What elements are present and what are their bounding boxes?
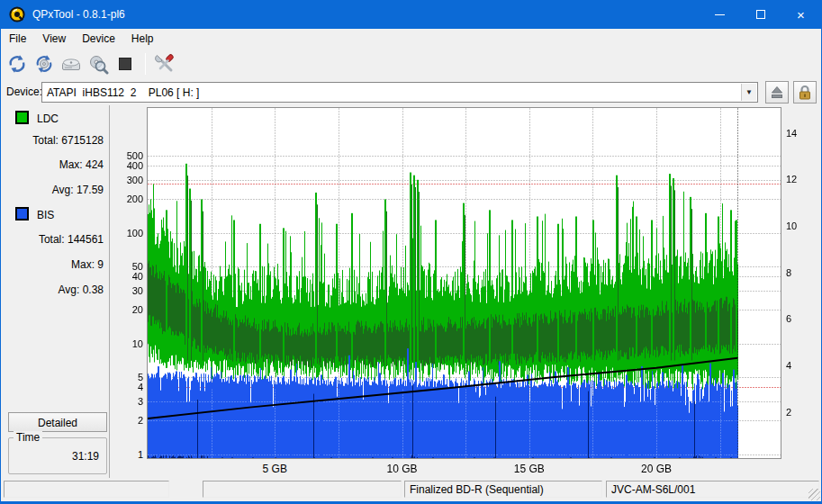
bis-color-swatch bbox=[15, 207, 29, 220]
rescan-disc-icon bbox=[33, 53, 55, 75]
menu-file[interactable]: File bbox=[1, 30, 34, 48]
ldc-color-swatch bbox=[15, 111, 29, 124]
y-axis-left-tick-label: 400 bbox=[113, 160, 143, 171]
scan-time-value: 31:19 bbox=[72, 450, 99, 463]
device-label: Device: bbox=[6, 86, 42, 98]
statusbar-media-id-panel: JVC-AM-S6L/001 bbox=[606, 481, 819, 498]
menu-device[interactable]: Device bbox=[74, 30, 123, 48]
y-axis-left-tick-label: 2 bbox=[113, 415, 143, 426]
toolbar bbox=[1, 48, 821, 79]
bis-max: Max: 9 bbox=[71, 258, 104, 271]
device-bar: Device: ATAPI iHBS112 2 PL06 [ H: ] ▼ bbox=[1, 79, 821, 105]
eject-icon bbox=[768, 84, 786, 102]
detailed-button[interactable]: Detailed bbox=[8, 412, 107, 432]
bis-avg: Avg: 0.38 bbox=[59, 284, 104, 296]
toolbar-separator bbox=[145, 53, 146, 75]
y-axis-left-tick-label: 200 bbox=[113, 194, 143, 204]
y-axis-right-tick-label: 8 bbox=[786, 267, 791, 278]
window-title: QPxTool - 0.8.1-pl6 bbox=[32, 8, 125, 21]
eject-button[interactable] bbox=[765, 81, 789, 104]
statusbar-progress-panel bbox=[4, 481, 169, 498]
stats-sidebar: LDC Total: 6715128 Max: 424 Avg: 17.59 B… bbox=[3, 105, 110, 478]
y-axis-right-tick-label: 6 bbox=[786, 313, 791, 324]
refresh-devices-button[interactable] bbox=[5, 51, 30, 76]
device-select-value: ATAPI iHBS112 2 PL06 [ H: ] bbox=[42, 86, 199, 99]
drive-info-button[interactable] bbox=[59, 51, 84, 76]
minimize-button[interactable] bbox=[700, 0, 740, 29]
y-axis-left-tick-label: 5 bbox=[113, 372, 143, 382]
y-axis-left-tick-label: 3 bbox=[113, 396, 143, 407]
time-group-label: Time bbox=[14, 431, 42, 444]
time-groupbox: Time 31:19 bbox=[8, 437, 107, 474]
x-axis-tick-label: 20 GB bbox=[634, 463, 679, 475]
menu-help[interactable]: Help bbox=[123, 30, 162, 48]
chevron-down-icon[interactable]: ▼ bbox=[741, 84, 756, 101]
x-axis-tick-label: 10 GB bbox=[380, 463, 425, 475]
app-window: QPxTool - 0.8.1-pl6 × File View Device H… bbox=[0, 0, 822, 504]
scan-chart: 1234510203040501002003004005002468101214… bbox=[111, 105, 821, 478]
stop-icon bbox=[114, 53, 136, 75]
y-axis-left-tick-label: 300 bbox=[113, 175, 143, 185]
y-axis-left-tick-label: 40 bbox=[113, 271, 143, 282]
y-axis-left-tick-label: 10 bbox=[113, 338, 143, 349]
y-axis-left-tick-label: 50 bbox=[113, 261, 143, 272]
lock-icon bbox=[796, 84, 814, 102]
disc-type-text: Finalized BD-R (Sequential) bbox=[410, 483, 544, 496]
media-id-text: JVC-AM-S6L/001 bbox=[611, 483, 695, 496]
lock-button[interactable] bbox=[793, 81, 817, 104]
stop-button[interactable] bbox=[113, 51, 138, 76]
statusbar-message-panel bbox=[203, 481, 402, 498]
y-axis-left-tick-label: 4 bbox=[113, 382, 143, 392]
y-axis-left-tick-label: 100 bbox=[113, 228, 143, 238]
y-axis-left-tick-label: 500 bbox=[113, 150, 143, 161]
menubar: File View Device Help bbox=[1, 29, 821, 48]
rescan-media-button[interactable] bbox=[32, 51, 57, 76]
y-axis-left-tick-label: 20 bbox=[113, 304, 143, 315]
close-button[interactable]: × bbox=[781, 0, 821, 29]
titlebar: QPxTool - 0.8.1-pl6 × bbox=[1, 0, 821, 29]
statusbar-disc-type-panel: Finalized BD-R (Sequential) bbox=[404, 481, 602, 498]
y-axis-left-tick-label: 30 bbox=[113, 285, 143, 296]
maximize-icon bbox=[756, 10, 765, 19]
preferences-button[interactable] bbox=[153, 51, 178, 76]
y-axis-right-tick-label: 4 bbox=[786, 360, 791, 371]
bis-total: Total: 144561 bbox=[39, 233, 104, 246]
y-axis-right-tick-label: 10 bbox=[786, 220, 797, 231]
scan-plot-canvas bbox=[148, 108, 781, 458]
device-select[interactable]: ATAPI iHBS112 2 PL06 [ H: ] ▼ bbox=[41, 82, 758, 103]
x-axis-tick-label: 5 GB bbox=[252, 463, 297, 475]
ldc-label: LDC bbox=[37, 112, 59, 125]
y-axis-right-tick-label: 14 bbox=[786, 128, 797, 139]
tools-icon bbox=[155, 53, 176, 75]
close-icon: × bbox=[797, 8, 805, 22]
minimize-icon bbox=[715, 14, 725, 15]
statusbar: Finalized BD-R (Sequential) JVC-AM-S6L/0… bbox=[1, 478, 821, 501]
drive-icon bbox=[60, 53, 82, 75]
ldc-avg: Avg: 17.59 bbox=[52, 184, 104, 196]
scan-disc-button[interactable] bbox=[86, 51, 111, 76]
menu-view[interactable]: View bbox=[34, 30, 74, 48]
x-axis-tick-label: 15 GB bbox=[507, 463, 552, 475]
y-axis-left-tick-label: 1 bbox=[113, 449, 143, 460]
ldc-max: Max: 424 bbox=[59, 158, 104, 171]
bis-label: BIS bbox=[37, 209, 54, 221]
app-icon bbox=[9, 6, 25, 22]
resize-grip[interactable] bbox=[808, 489, 820, 500]
y-axis-right-tick-label: 2 bbox=[786, 407, 791, 418]
scan-disc-icon bbox=[87, 53, 109, 75]
ldc-total: Total: 6715128 bbox=[32, 134, 104, 147]
y-axis-right-tick-label: 12 bbox=[786, 174, 797, 184]
refresh-icon bbox=[6, 53, 28, 75]
maximize-button[interactable] bbox=[740, 0, 781, 29]
